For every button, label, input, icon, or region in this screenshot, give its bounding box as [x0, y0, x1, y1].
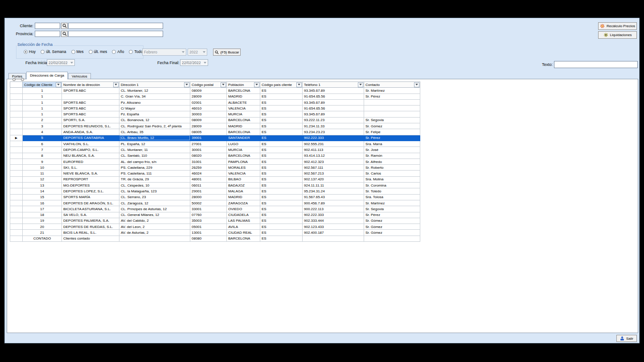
- liquidaciones-button[interactable]: Liquidaciones: [598, 31, 637, 39]
- cell[interactable]: 902.222.333: [303, 135, 364, 141]
- cell[interactable]: 13001: [190, 230, 227, 236]
- column-filter-dropdown[interactable]: [113, 82, 119, 87]
- cell[interactable]: [364, 236, 420, 241]
- cell[interactable]: CIUDADELA: [227, 212, 260, 218]
- cell[interactable]: Sr. Toledo: [364, 188, 420, 194]
- cell[interactable]: DEPORTES DE RUEDAS, S.L.: [62, 224, 119, 230]
- cell[interactable]: 6: [23, 141, 62, 146]
- cell[interactable]: VIATHLON, S.L.: [62, 141, 119, 146]
- cell[interactable]: MADRID: [227, 123, 260, 129]
- cell[interactable]: CL. Rodríguez San Pedro, 2, 4ª planta: [119, 123, 190, 129]
- cell[interactable]: PS. Castellana, 111: [119, 171, 190, 176]
- row-selector[interactable]: [10, 218, 23, 224]
- cell[interactable]: 13: [23, 183, 62, 188]
- cell[interactable]: CL. Bravo Murillo, 12: [119, 135, 190, 141]
- cell[interactable]: [119, 236, 190, 241]
- cell[interactable]: 902.123.433: [303, 224, 364, 230]
- cell[interactable]: 28009: [190, 123, 227, 129]
- cell[interactable]: CL. Serrano, 23: [119, 194, 190, 200]
- cell[interactable]: C. Gran Vía, 34: [119, 94, 190, 99]
- cell[interactable]: BARCELONA: [227, 88, 260, 94]
- cell[interactable]: 14: [23, 188, 62, 194]
- cell[interactable]: 27001: [190, 141, 227, 146]
- cell[interactable]: SPORTS MARÍA: [62, 194, 119, 200]
- cell[interactable]: ANDA-ANDA, S.A.: [62, 129, 119, 135]
- recalculo-precios-button[interactable]: Recálculo Precios: [598, 22, 637, 30]
- row-selector[interactable]: [10, 153, 23, 159]
- salir-button[interactable]: Salir: [616, 335, 637, 342]
- buscar-button[interactable]: (F5) Buscar: [213, 49, 241, 56]
- cell[interactable]: Sr. Gómez: [364, 230, 420, 236]
- cell[interactable]: Sra. María: [364, 141, 420, 146]
- cell[interactable]: CL. Bonanova, 12: [119, 117, 190, 123]
- row-selector[interactable]: [10, 236, 23, 241]
- cell[interactable]: 48001: [190, 176, 227, 182]
- cell[interactable]: Sr. Coromina: [364, 183, 420, 188]
- cell[interactable]: 08009: [190, 117, 227, 123]
- cell[interactable]: BICICLETA ASTURIANA, S.L.: [62, 206, 119, 212]
- cell[interactable]: EUROFRED: [62, 159, 119, 164]
- cell[interactable]: 91-654.65.56: [303, 106, 364, 111]
- column-header-codigo-de-cliente[interactable]: Código de Cliente: [23, 82, 62, 88]
- cell[interactable]: 9: [23, 159, 62, 164]
- cell[interactable]: MURCIA: [227, 111, 260, 117]
- cell[interactable]: MADRID: [227, 194, 260, 200]
- cell[interactable]: 08009: [190, 88, 227, 94]
- cell[interactable]: Sra. Molina: [364, 176, 420, 182]
- cell[interactable]: TR. de Gràcia, 29: [119, 176, 190, 182]
- cell[interactable]: 26259: [190, 165, 227, 171]
- column-header-contacto[interactable]: Contacto: [364, 82, 420, 88]
- tab-vehiculos[interactable]: Vehículos: [68, 73, 91, 79]
- column-header-codigo-postal[interactable]: Código postal: [190, 82, 227, 88]
- row-selector[interactable]: [10, 117, 23, 123]
- cell[interactable]: Sr. Gómez: [364, 224, 420, 230]
- cell[interactable]: 35003: [190, 218, 227, 224]
- cell[interactable]: Sra. Tolosa: [364, 194, 420, 200]
- column-header-telefono-1[interactable]: Teléfono 1: [303, 82, 364, 88]
- cell[interactable]: 902.412.323: [303, 159, 364, 164]
- cell[interactable]: 02001: [190, 99, 227, 105]
- cell[interactable]: ES: [260, 194, 303, 200]
- row-selector[interactable]: [10, 230, 23, 236]
- cell[interactable]: 30003: [190, 111, 227, 117]
- cell[interactable]: SANTANDER: [227, 135, 260, 141]
- cell[interactable]: 16: [23, 200, 62, 206]
- cell[interactable]: ES: [260, 94, 303, 99]
- cell[interactable]: 4: [23, 129, 62, 135]
- cell[interactable]: 39001: [190, 135, 227, 141]
- column-header-codigo-pais-cliente[interactable]: Código país cliente: [260, 82, 303, 88]
- cell[interactable]: ES: [260, 135, 303, 141]
- cell[interactable]: OVIEDO: [227, 206, 260, 212]
- cell[interactable]: PL. España, 12: [119, 141, 190, 146]
- row-selector[interactable]: [10, 183, 23, 188]
- cell[interactable]: AV. del Cabildo, 2: [119, 218, 190, 224]
- column-filter-dropdown[interactable]: [184, 82, 189, 87]
- cell[interactable]: MURCIA: [227, 147, 260, 153]
- cell[interactable]: CL. Céspedes, 10: [119, 183, 190, 188]
- cell[interactable]: Sr. Segovia: [364, 206, 420, 212]
- cliente-search-button[interactable]: [61, 23, 68, 29]
- cell[interactable]: CL. Muntaner, 11: [119, 147, 190, 153]
- cell[interactable]: MORALES: [227, 165, 260, 171]
- cell[interactable]: SA VELO, S.A.: [62, 212, 119, 218]
- cell[interactable]: 93.345.67.89: [303, 111, 364, 117]
- cell[interactable]: 93.345.67.89: [303, 88, 364, 94]
- cell[interactable]: DEPORTES CANTABRIA: [62, 135, 119, 141]
- cell[interactable]: 902.567.111: [303, 165, 364, 171]
- cell[interactable]: 1: [23, 106, 62, 111]
- row-selector[interactable]: [10, 123, 23, 129]
- cell[interactable]: 31001: [190, 159, 227, 164]
- cell[interactable]: 91-654.65.56: [303, 94, 364, 99]
- cell[interactable]: Sr. Pérez: [364, 135, 420, 141]
- cell[interactable]: Sr. Martínez: [364, 88, 420, 94]
- cell[interactable]: 17: [23, 206, 62, 212]
- cell[interactable]: 18: [23, 212, 62, 218]
- radio-todo[interactable]: Todo: [129, 49, 142, 54]
- cell[interactable]: SPORTS ABC: [62, 111, 119, 117]
- fecha-inicial-select[interactable]: 22/02/2022: [47, 59, 75, 66]
- cell[interactable]: 93.345.67.89: [303, 99, 364, 105]
- cell[interactable]: ALBACETE: [227, 99, 260, 105]
- cell[interactable]: SPORTI, S.A.: [62, 117, 119, 123]
- row-selector[interactable]: [10, 141, 23, 146]
- cell[interactable]: 95.234.31.24: [303, 188, 364, 194]
